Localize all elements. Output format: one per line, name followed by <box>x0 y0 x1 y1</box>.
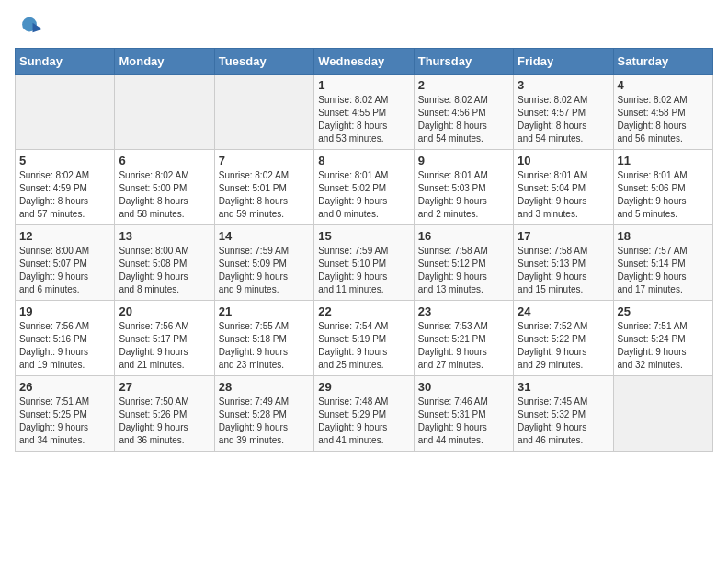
day-info: Sunrise: 8:01 AM Sunset: 5:06 PM Dayligh… <box>618 169 709 221</box>
calendar-cell: 3Sunrise: 8:02 AM Sunset: 4:57 PM Daylig… <box>514 75 613 150</box>
calendar-cell: 1Sunrise: 8:02 AM Sunset: 4:55 PM Daylig… <box>314 75 414 150</box>
day-number: 28 <box>219 380 310 394</box>
calendar-cell <box>214 75 313 150</box>
day-info: Sunrise: 7:50 AM Sunset: 5:26 PM Dayligh… <box>119 396 210 447</box>
day-number: 26 <box>19 380 110 394</box>
calendar-cell: 30Sunrise: 7:46 AM Sunset: 5:31 PM Dayli… <box>414 376 513 452</box>
day-number: 16 <box>418 229 509 243</box>
calendar-cell: 5Sunrise: 8:02 AM Sunset: 4:59 PM Daylig… <box>16 150 115 225</box>
calendar-cell: 7Sunrise: 8:02 AM Sunset: 5:01 PM Daylig… <box>214 150 313 225</box>
calendar-cell: 27Sunrise: 7:50 AM Sunset: 5:26 PM Dayli… <box>115 376 214 452</box>
day-number: 11 <box>618 154 709 167</box>
calendar-week-row: 5Sunrise: 8:02 AM Sunset: 4:59 PM Daylig… <box>16 150 713 225</box>
page-header <box>15 15 713 40</box>
day-info: Sunrise: 8:02 AM Sunset: 4:59 PM Dayligh… <box>19 169 110 221</box>
weekday-header: Friday <box>514 49 613 75</box>
calendar-cell: 25Sunrise: 7:51 AM Sunset: 5:24 PM Dayli… <box>613 301 712 376</box>
day-number: 20 <box>119 304 210 318</box>
day-info: Sunrise: 8:02 AM Sunset: 4:57 PM Dayligh… <box>518 94 609 145</box>
weekday-header: Wednesday <box>314 49 414 75</box>
day-number: 15 <box>318 229 409 243</box>
day-number: 24 <box>518 304 609 318</box>
calendar-week-row: 12Sunrise: 8:00 AM Sunset: 5:07 PM Dayli… <box>16 225 713 301</box>
calendar-cell: 6Sunrise: 8:02 AM Sunset: 5:00 PM Daylig… <box>115 150 214 225</box>
svg-marker-1 <box>33 23 43 33</box>
weekday-header: Saturday <box>613 49 712 75</box>
weekday-header: Monday <box>115 49 214 75</box>
day-number: 27 <box>119 380 210 394</box>
day-info: Sunrise: 7:59 AM Sunset: 5:09 PM Dayligh… <box>219 245 310 296</box>
day-info: Sunrise: 8:00 AM Sunset: 5:07 PM Dayligh… <box>19 245 110 296</box>
day-info: Sunrise: 7:51 AM Sunset: 5:24 PM Dayligh… <box>618 320 709 372</box>
day-number: 5 <box>19 154 110 167</box>
day-number: 3 <box>518 78 609 92</box>
calendar-week-row: 1Sunrise: 8:02 AM Sunset: 4:55 PM Daylig… <box>16 75 713 150</box>
day-number: 6 <box>119 154 210 167</box>
calendar-cell: 4Sunrise: 8:02 AM Sunset: 4:58 PM Daylig… <box>613 75 712 150</box>
calendar-cell <box>16 75 115 150</box>
calendar-cell: 19Sunrise: 7:56 AM Sunset: 5:16 PM Dayli… <box>16 301 115 376</box>
calendar-cell: 28Sunrise: 7:49 AM Sunset: 5:28 PM Dayli… <box>214 376 313 452</box>
day-info: Sunrise: 7:58 AM Sunset: 5:13 PM Dayligh… <box>518 245 609 296</box>
day-info: Sunrise: 8:02 AM Sunset: 4:58 PM Dayligh… <box>618 94 709 145</box>
day-number: 2 <box>418 78 509 92</box>
day-number: 23 <box>418 304 509 318</box>
day-info: Sunrise: 7:56 AM Sunset: 5:17 PM Dayligh… <box>119 320 210 372</box>
day-info: Sunrise: 7:53 AM Sunset: 5:21 PM Dayligh… <box>418 320 509 372</box>
day-info: Sunrise: 7:57 AM Sunset: 5:14 PM Dayligh… <box>618 245 709 296</box>
calendar-cell: 20Sunrise: 7:56 AM Sunset: 5:17 PM Dayli… <box>115 301 214 376</box>
calendar-header: SundayMondayTuesdayWednesdayThursdayFrid… <box>16 49 713 75</box>
day-number: 21 <box>219 304 310 318</box>
calendar-week-row: 26Sunrise: 7:51 AM Sunset: 5:25 PM Dayli… <box>16 376 713 452</box>
weekday-header: Thursday <box>414 49 513 75</box>
day-number: 1 <box>318 78 409 92</box>
weekday-header: Sunday <box>16 49 115 75</box>
calendar-table: SundayMondayTuesdayWednesdayThursdayFrid… <box>15 48 713 452</box>
calendar-cell: 17Sunrise: 7:58 AM Sunset: 5:13 PM Dayli… <box>514 225 613 301</box>
day-info: Sunrise: 8:01 AM Sunset: 5:03 PM Dayligh… <box>418 169 509 221</box>
day-info: Sunrise: 8:02 AM Sunset: 4:56 PM Dayligh… <box>418 94 509 145</box>
day-number: 29 <box>318 380 409 394</box>
calendar-cell: 22Sunrise: 7:54 AM Sunset: 5:19 PM Dayli… <box>314 301 414 376</box>
day-number: 25 <box>618 304 709 318</box>
calendar-week-row: 19Sunrise: 7:56 AM Sunset: 5:16 PM Dayli… <box>16 301 713 376</box>
day-number: 14 <box>219 229 310 243</box>
day-number: 9 <box>418 154 509 167</box>
calendar-cell: 10Sunrise: 8:01 AM Sunset: 5:04 PM Dayli… <box>514 150 613 225</box>
calendar-body: 1Sunrise: 8:02 AM Sunset: 4:55 PM Daylig… <box>16 75 713 452</box>
day-number: 7 <box>219 154 310 167</box>
day-number: 30 <box>418 380 509 394</box>
day-number: 4 <box>618 78 709 92</box>
calendar-cell: 18Sunrise: 7:57 AM Sunset: 5:14 PM Dayli… <box>613 225 712 301</box>
day-info: Sunrise: 7:49 AM Sunset: 5:28 PM Dayligh… <box>219 396 310 447</box>
day-number: 8 <box>318 154 409 167</box>
day-number: 31 <box>518 380 609 394</box>
day-number: 19 <box>19 304 110 318</box>
calendar-cell: 15Sunrise: 7:59 AM Sunset: 5:10 PM Dayli… <box>314 225 414 301</box>
day-info: Sunrise: 8:02 AM Sunset: 4:55 PM Dayligh… <box>318 94 409 145</box>
day-number: 13 <box>119 229 210 243</box>
calendar-cell: 8Sunrise: 8:01 AM Sunset: 5:02 PM Daylig… <box>314 150 414 225</box>
calendar-cell: 13Sunrise: 8:00 AM Sunset: 5:08 PM Dayli… <box>115 225 214 301</box>
calendar-cell: 16Sunrise: 7:58 AM Sunset: 5:12 PM Dayli… <box>414 225 513 301</box>
calendar-cell: 29Sunrise: 7:48 AM Sunset: 5:29 PM Dayli… <box>314 376 414 452</box>
day-number: 17 <box>518 229 609 243</box>
calendar-cell <box>115 75 214 150</box>
calendar-cell: 12Sunrise: 8:00 AM Sunset: 5:07 PM Dayli… <box>16 225 115 301</box>
day-info: Sunrise: 7:59 AM Sunset: 5:10 PM Dayligh… <box>318 245 409 296</box>
logo-icon <box>17 15 42 40</box>
calendar-cell: 11Sunrise: 8:01 AM Sunset: 5:06 PM Dayli… <box>613 150 712 225</box>
day-info: Sunrise: 7:48 AM Sunset: 5:29 PM Dayligh… <box>318 396 409 447</box>
calendar-cell: 23Sunrise: 7:53 AM Sunset: 5:21 PM Dayli… <box>414 301 513 376</box>
calendar-cell: 14Sunrise: 7:59 AM Sunset: 5:09 PM Dayli… <box>214 225 313 301</box>
calendar-cell: 2Sunrise: 8:02 AM Sunset: 4:56 PM Daylig… <box>414 75 513 150</box>
day-number: 22 <box>318 304 409 318</box>
day-info: Sunrise: 7:45 AM Sunset: 5:32 PM Dayligh… <box>518 396 609 447</box>
day-info: Sunrise: 8:02 AM Sunset: 5:00 PM Dayligh… <box>119 169 210 221</box>
day-info: Sunrise: 7:52 AM Sunset: 5:22 PM Dayligh… <box>518 320 609 372</box>
logo <box>15 15 44 40</box>
day-info: Sunrise: 7:54 AM Sunset: 5:19 PM Dayligh… <box>318 320 409 372</box>
calendar-cell: 21Sunrise: 7:55 AM Sunset: 5:18 PM Dayli… <box>214 301 313 376</box>
day-info: Sunrise: 8:02 AM Sunset: 5:01 PM Dayligh… <box>219 169 310 221</box>
day-info: Sunrise: 7:51 AM Sunset: 5:25 PM Dayligh… <box>19 396 110 447</box>
